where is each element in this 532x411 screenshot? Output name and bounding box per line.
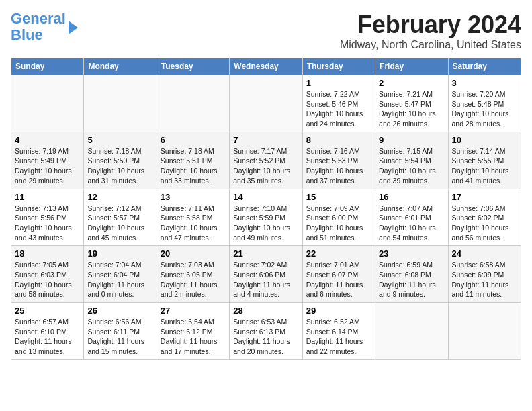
calendar-day: 11Sunrise: 7:13 AM Sunset: 5:56 PM Dayli… — [11, 189, 84, 246]
day-info: Sunrise: 7:13 AM Sunset: 5:56 PM Dayligh… — [15, 203, 80, 243]
day-info: Sunrise: 7:03 AM Sunset: 6:05 PM Dayligh… — [161, 260, 226, 300]
day-number: 20 — [161, 248, 226, 259]
logo: General Blue — [11, 11, 78, 43]
calendar-day: 28Sunrise: 6:53 AM Sunset: 6:13 PM Dayli… — [230, 303, 302, 360]
calendar-day: 24Sunrise: 6:58 AM Sunset: 6:09 PM Dayli… — [448, 246, 521, 303]
calendar-day — [84, 75, 157, 132]
calendar-day: 8Sunrise: 7:16 AM Sunset: 5:53 PM Daylig… — [302, 132, 375, 189]
day-number: 21 — [233, 248, 298, 259]
calendar-day: 13Sunrise: 7:11 AM Sunset: 5:58 PM Dayli… — [157, 189, 229, 246]
calendar-day — [157, 75, 229, 132]
calendar-day: 1Sunrise: 7:22 AM Sunset: 5:46 PM Daylig… — [302, 75, 375, 132]
calendar-day: 5Sunrise: 7:18 AM Sunset: 5:50 PM Daylig… — [84, 132, 157, 189]
col-header-thursday: Thursday — [302, 58, 375, 75]
day-info: Sunrise: 7:11 AM Sunset: 5:58 PM Dayligh… — [161, 203, 226, 243]
day-info: Sunrise: 7:18 AM Sunset: 5:50 PM Dayligh… — [87, 146, 152, 186]
col-header-friday: Friday — [375, 58, 448, 75]
day-number: 28 — [233, 306, 298, 316]
day-number: 10 — [452, 135, 517, 145]
day-number: 6 — [161, 135, 226, 145]
day-info: Sunrise: 7:17 AM Sunset: 5:52 PM Dayligh… — [233, 146, 298, 186]
calendar-day: 9Sunrise: 7:15 AM Sunset: 5:54 PM Daylig… — [375, 132, 448, 189]
col-header-monday: Monday — [84, 58, 157, 75]
calendar-day: 27Sunrise: 6:54 AM Sunset: 6:12 PM Dayli… — [157, 303, 229, 360]
day-number: 15 — [306, 192, 371, 202]
page-header: General Blue February 2024 Midway, North… — [11, 11, 521, 51]
calendar-day: 7Sunrise: 7:17 AM Sunset: 5:52 PM Daylig… — [230, 132, 302, 189]
day-info: Sunrise: 6:57 AM Sunset: 6:10 PM Dayligh… — [15, 317, 80, 357]
calendar-day: 20Sunrise: 7:03 AM Sunset: 6:05 PM Dayli… — [157, 246, 229, 303]
day-number: 5 — [87, 135, 152, 145]
day-info: Sunrise: 7:07 AM Sunset: 6:01 PM Dayligh… — [379, 203, 444, 243]
day-info: Sunrise: 7:16 AM Sunset: 5:53 PM Dayligh… — [306, 146, 371, 186]
calendar-day — [448, 303, 521, 360]
logo-text: General Blue — [11, 11, 66, 43]
calendar-table: SundayMondayTuesdayWednesdayThursdayFrid… — [11, 58, 521, 360]
day-info: Sunrise: 7:05 AM Sunset: 6:03 PM Dayligh… — [15, 260, 80, 300]
day-info: Sunrise: 7:12 AM Sunset: 5:57 PM Dayligh… — [87, 203, 152, 243]
calendar-day: 19Sunrise: 7:04 AM Sunset: 6:04 PM Dayli… — [84, 246, 157, 303]
day-number: 13 — [161, 192, 226, 202]
day-info: Sunrise: 6:54 AM Sunset: 6:12 PM Dayligh… — [161, 317, 226, 357]
day-info: Sunrise: 7:06 AM Sunset: 6:02 PM Dayligh… — [452, 203, 517, 243]
day-info: Sunrise: 6:59 AM Sunset: 6:08 PM Dayligh… — [379, 260, 444, 300]
day-info: Sunrise: 7:20 AM Sunset: 5:48 PM Dayligh… — [452, 89, 517, 129]
day-number: 25 — [15, 306, 80, 316]
day-number: 3 — [452, 78, 517, 88]
calendar-day — [375, 303, 448, 360]
calendar-day — [230, 75, 302, 132]
day-number: 8 — [306, 135, 371, 145]
day-info: Sunrise: 7:09 AM Sunset: 6:00 PM Dayligh… — [306, 203, 371, 243]
day-number: 14 — [233, 192, 298, 202]
day-number: 7 — [233, 135, 298, 145]
calendar-week-1: 1Sunrise: 7:22 AM Sunset: 5:46 PM Daylig… — [11, 75, 521, 132]
day-info: Sunrise: 7:14 AM Sunset: 5:55 PM Dayligh… — [452, 146, 517, 186]
calendar-header: SundayMondayTuesdayWednesdayThursdayFrid… — [11, 58, 521, 75]
day-info: Sunrise: 7:15 AM Sunset: 5:54 PM Dayligh… — [379, 146, 444, 186]
logo-line1: General — [11, 10, 66, 27]
calendar-day: 21Sunrise: 7:02 AM Sunset: 6:06 PM Dayli… — [230, 246, 302, 303]
day-number: 11 — [15, 192, 80, 202]
logo-arrow-icon — [69, 21, 78, 34]
calendar-day: 4Sunrise: 7:19 AM Sunset: 5:49 PM Daylig… — [11, 132, 84, 189]
day-number: 22 — [306, 248, 371, 259]
calendar-day: 6Sunrise: 7:18 AM Sunset: 5:51 PM Daylig… — [157, 132, 229, 189]
calendar-day: 17Sunrise: 7:06 AM Sunset: 6:02 PM Dayli… — [448, 189, 521, 246]
day-info: Sunrise: 7:10 AM Sunset: 5:59 PM Dayligh… — [233, 203, 298, 243]
day-number: 24 — [452, 248, 517, 259]
day-number: 4 — [15, 135, 80, 145]
calendar-week-4: 18Sunrise: 7:05 AM Sunset: 6:03 PM Dayli… — [11, 246, 521, 303]
day-info: Sunrise: 6:52 AM Sunset: 6:14 PM Dayligh… — [306, 317, 371, 357]
day-number: 19 — [87, 248, 152, 259]
calendar-day: 26Sunrise: 6:56 AM Sunset: 6:11 PM Dayli… — [84, 303, 157, 360]
day-info: Sunrise: 6:56 AM Sunset: 6:11 PM Dayligh… — [87, 317, 152, 357]
day-number: 27 — [161, 306, 226, 316]
calendar-title: February 2024 — [340, 11, 521, 39]
logo-line2: Blue — [11, 26, 43, 43]
col-header-sunday: Sunday — [11, 58, 84, 75]
calendar-week-2: 4Sunrise: 7:19 AM Sunset: 5:49 PM Daylig… — [11, 132, 521, 189]
day-info: Sunrise: 7:22 AM Sunset: 5:46 PM Dayligh… — [306, 89, 371, 129]
calendar-day: 10Sunrise: 7:14 AM Sunset: 5:55 PM Dayli… — [448, 132, 521, 189]
calendar-day: 18Sunrise: 7:05 AM Sunset: 6:03 PM Dayli… — [11, 246, 84, 303]
day-info: Sunrise: 7:21 AM Sunset: 5:47 PM Dayligh… — [379, 89, 444, 129]
day-info: Sunrise: 7:04 AM Sunset: 6:04 PM Dayligh… — [87, 260, 152, 300]
col-header-tuesday: Tuesday — [157, 58, 229, 75]
calendar-day: 25Sunrise: 6:57 AM Sunset: 6:10 PM Dayli… — [11, 303, 84, 360]
day-number: 29 — [306, 306, 371, 316]
calendar-day: 3Sunrise: 7:20 AM Sunset: 5:48 PM Daylig… — [448, 75, 521, 132]
calendar-day: 2Sunrise: 7:21 AM Sunset: 5:47 PM Daylig… — [375, 75, 448, 132]
day-number: 23 — [379, 248, 444, 259]
calendar-day: 23Sunrise: 6:59 AM Sunset: 6:08 PM Dayli… — [375, 246, 448, 303]
day-info: Sunrise: 7:02 AM Sunset: 6:06 PM Dayligh… — [233, 260, 298, 300]
calendar-day: 29Sunrise: 6:52 AM Sunset: 6:14 PM Dayli… — [302, 303, 375, 360]
day-info: Sunrise: 6:58 AM Sunset: 6:09 PM Dayligh… — [452, 260, 517, 300]
day-number: 2 — [379, 78, 444, 88]
day-number: 1 — [306, 78, 371, 88]
day-info: Sunrise: 6:53 AM Sunset: 6:13 PM Dayligh… — [233, 317, 298, 357]
calendar-week-3: 11Sunrise: 7:13 AM Sunset: 5:56 PM Dayli… — [11, 189, 521, 246]
day-info: Sunrise: 7:18 AM Sunset: 5:51 PM Dayligh… — [161, 146, 226, 186]
col-header-saturday: Saturday — [448, 58, 521, 75]
calendar-day: 15Sunrise: 7:09 AM Sunset: 6:00 PM Dayli… — [302, 189, 375, 246]
calendar-week-5: 25Sunrise: 6:57 AM Sunset: 6:10 PM Dayli… — [11, 303, 521, 360]
